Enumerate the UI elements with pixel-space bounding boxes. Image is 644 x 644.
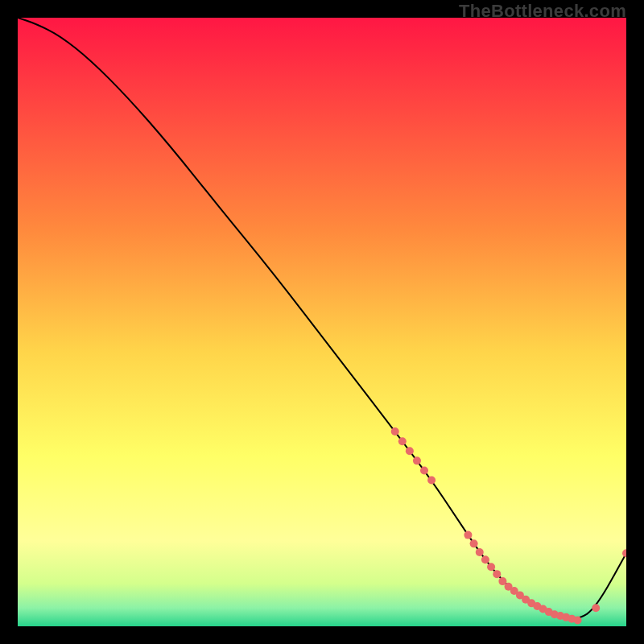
highlight-marker — [406, 447, 414, 455]
figure-root: TheBottleneck.com — [0, 0, 644, 644]
highlight-marker — [487, 563, 495, 571]
highlight-marker — [470, 539, 478, 547]
plot-frame — [18, 18, 626, 626]
highlight-marker — [420, 466, 428, 474]
highlight-marker — [476, 548, 484, 556]
highlight-marker — [413, 456, 421, 464]
highlight-marker — [427, 477, 436, 485]
highlight-marker — [574, 616, 582, 624]
chart-canvas — [18, 18, 626, 626]
highlight-marker — [592, 604, 600, 612]
highlight-marker — [398, 437, 407, 445]
highlight-marker — [391, 427, 399, 436]
gradient-background — [18, 18, 626, 626]
highlight-marker — [464, 531, 472, 539]
highlight-marker — [481, 555, 489, 564]
highlight-marker — [493, 570, 501, 578]
